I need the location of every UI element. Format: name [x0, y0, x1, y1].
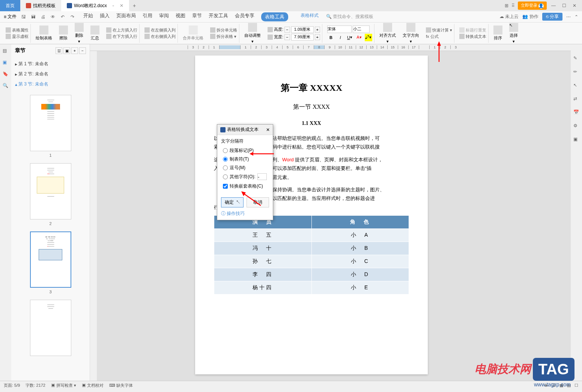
eraser-button[interactable]: 擦除 [57, 26, 70, 41]
tool-icon-1[interactable]: ✎ [573, 56, 579, 62]
dialog-close-button[interactable]: ✕ [266, 127, 270, 132]
tool-icon-3[interactable]: ↖ [573, 83, 579, 89]
thumb-page-4[interactable]: ━━━━━━━━━━━━━━━━━━━━━━━━ [30, 300, 71, 356]
table-cell[interactable]: 孙 七 [214, 255, 312, 268]
table-cell[interactable]: 小 C [311, 255, 409, 268]
print-icon[interactable]: 🖨 [40, 14, 47, 20]
sort-button[interactable]: 排序 [492, 26, 504, 41]
table-cell[interactable]: 小 D [311, 268, 409, 281]
width-input[interactable] [291, 34, 314, 41]
search-input[interactable]: 🔍 查找命令、搜索模板 [326, 14, 373, 20]
split-cells-button[interactable]: 拆分单元格 [210, 27, 237, 33]
print-preview-icon[interactable]: 👁 [50, 14, 56, 20]
more-icon[interactable]: ⋯ [566, 14, 571, 20]
tab-document[interactable]: Word教程2.docx ▫ ✕ [61, 0, 129, 11]
tab-close-icon[interactable]: ✕ [120, 3, 123, 8]
document-table[interactable]: 演 员角 色 王 五小 A 冯 十小 B 孙 七小 C 李 四小 D 杨十四小 … [214, 215, 409, 294]
minimize-button[interactable]: — [550, 3, 557, 8]
bold-button[interactable]: B [327, 34, 335, 41]
insert-right-button[interactable]: 在右侧插入列 [144, 34, 176, 39]
outline-icon[interactable]: ▤ [3, 48, 9, 54]
tips-link[interactable]: ⓘ 操作技巧 [217, 209, 273, 220]
tab-add-button[interactable]: + [129, 3, 140, 9]
nav-btn-remove[interactable]: − [79, 47, 86, 54]
login-button[interactable]: 立即登录 👤 [518, 2, 547, 9]
apps-icon[interactable]: ⠿ [511, 3, 515, 8]
menu-reference[interactable]: 引用 [143, 12, 152, 21]
save-icon[interactable]: 🖫 [20, 14, 27, 20]
search-icon[interactable]: 🔍 [3, 83, 9, 89]
undo-icon[interactable]: ↶ [59, 14, 66, 20]
underline-button[interactable]: U▾ [346, 34, 353, 41]
insert-below-button[interactable]: 在下方插入行 [106, 34, 137, 39]
menu-layout[interactable]: 页面布局 [116, 12, 136, 21]
tab-template[interactable]: 找稻壳模板 [20, 0, 61, 11]
menu-member[interactable]: 会员专享 [235, 12, 254, 21]
nested-checkbox[interactable]: 转换嵌套表格(C) [221, 181, 269, 191]
doc-check[interactable]: ▣ 文档校对 [82, 383, 104, 388]
italic-button[interactable]: I [337, 34, 344, 41]
view-mode-5[interactable]: ☐ [574, 383, 578, 388]
nav-btn-add[interactable]: + [71, 47, 78, 54]
cloud-status[interactable]: ☁ 未上云 [499, 14, 519, 20]
highlight-button[interactable]: 🖍▾ [365, 34, 372, 41]
chevron-icon[interactable]: ⌃ [574, 14, 578, 20]
sections-icon[interactable]: ▣ [3, 60, 9, 66]
summary-button[interactable]: 汇总 [89, 26, 101, 41]
menu-start[interactable]: 开始 [83, 12, 93, 21]
missing-font[interactable]: ⌨ 缺失字体 [109, 383, 133, 388]
quick-calc-button[interactable]: 快速计算▾ [426, 27, 452, 33]
merge-cells-button[interactable]: 合并单元格 [181, 26, 205, 41]
formula-button[interactable]: fx 公式 [426, 34, 452, 39]
thumb-page-2[interactable]: ━━━━━━━━━━━━━━━━━━━━━━━━━━━━━━━━━━━━━━━━… [30, 163, 71, 219]
option-other[interactable]: 其他字符(O): [221, 172, 269, 181]
dialog-titlebar[interactable]: 表格转换成文本 ✕ [217, 125, 273, 135]
draw-table-button[interactable]: 绘制表格 [34, 26, 54, 41]
table-cell[interactable]: 小 B [311, 242, 409, 255]
save-as-icon[interactable]: 🖬 [30, 14, 37, 20]
split-table-button[interactable]: 拆分表格▾ [210, 34, 237, 39]
option-comma[interactable]: 逗号(M) [221, 164, 269, 172]
font-size-select[interactable] [353, 26, 370, 33]
insert-above-button[interactable]: 在上方插入行 [106, 27, 137, 33]
table-cell[interactable]: 冯 十 [214, 242, 312, 255]
share-button[interactable]: ⎋ 分享 [542, 13, 562, 21]
tab-home[interactable]: 首页 [0, 0, 20, 11]
option-paragraph[interactable]: 段落标记(P) [221, 146, 269, 155]
option-tab[interactable]: 制表符(T) [221, 155, 269, 164]
close-window-button[interactable]: ✕ [571, 3, 578, 8]
menu-view[interactable]: 视图 [176, 12, 185, 21]
redo-icon[interactable]: ↷ [69, 14, 76, 20]
tool-icon-5[interactable]: 📅 [573, 110, 579, 116]
table-cell[interactable]: 小 E [311, 281, 409, 294]
nav-section-2[interactable]: ▸ 第 2 节: 未命名 [15, 69, 86, 79]
other-char-input[interactable] [257, 173, 267, 180]
height-field[interactable]: 高度: −+ [268, 26, 320, 33]
page-status[interactable]: 页面: 5/9 [4, 383, 20, 388]
menu-chapter[interactable]: 章节 [192, 12, 202, 21]
table-cell[interactable]: 杨十四 [214, 281, 312, 294]
show-border-button[interactable]: 显示虚框 [6, 34, 29, 39]
horizontal-ruler[interactable]: 321 123 456 789 101112 131415 1617 123 [90, 44, 571, 51]
table-cell[interactable]: 李 四 [214, 268, 312, 281]
align-button[interactable]: 对齐方式▾ [377, 23, 398, 44]
convert-text-button[interactable]: 转换成文本 [459, 34, 486, 39]
text-dir-button[interactable]: 文字方向▾ [401, 23, 421, 44]
tool-icon-2[interactable]: ✏ [573, 69, 579, 75]
menu-table-tools[interactable]: 表格工具 [261, 12, 288, 21]
vertical-ruler[interactable] [90, 51, 97, 381]
cancel-button[interactable]: 取消 [247, 197, 269, 207]
grid-icon[interactable]: ⊞ [505, 3, 508, 8]
nav-section-3[interactable]: ▴ 第 3 节: 未命名 [15, 79, 86, 89]
select-button[interactable]: ↖选择▾ [507, 23, 520, 44]
tool-icon-7[interactable]: ▣ [573, 137, 579, 143]
spell-check[interactable]: ▣ 拼写检查 ▾ [51, 383, 76, 388]
bookmark-icon[interactable]: 🔖 [3, 71, 9, 77]
font-color-button[interactable]: A▾ [355, 34, 363, 41]
height-input[interactable] [291, 26, 314, 33]
nav-btn-1[interactable]: ☳ [56, 47, 62, 54]
table-cell[interactable]: 小 A [311, 229, 409, 242]
insert-left-button[interactable]: 在左侧插入列 [144, 27, 176, 33]
menu-table-style[interactable]: 表格样式 [301, 12, 319, 21]
ok-button[interactable]: 确定 ↖ [221, 197, 244, 207]
